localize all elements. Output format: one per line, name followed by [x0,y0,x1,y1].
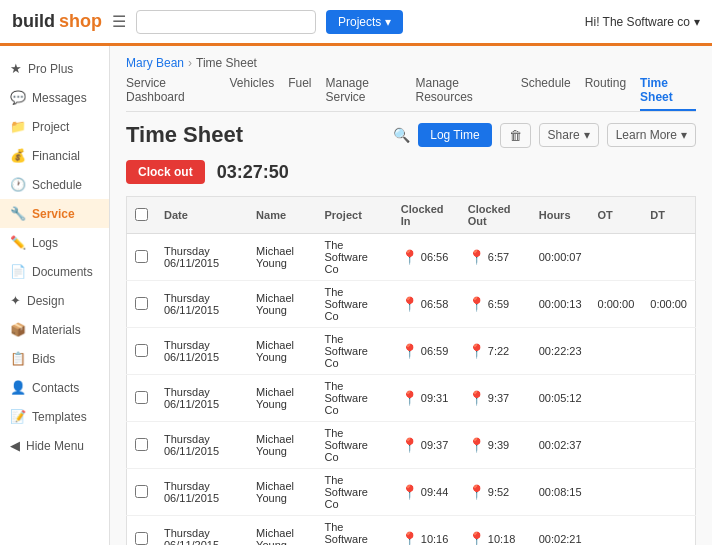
sub-nav: Service DashboardVehiclesFuelManage Serv… [126,76,696,112]
sidebar: ★ Pro Plus💬 Messages📁 Project💰 Financial… [0,46,110,545]
cell-ot-1: 0:00:00 [590,281,643,328]
service-icon: 🔧 [10,206,26,221]
sidebar-item-templates[interactable]: 📝 Templates [0,402,109,431]
row-checkbox-3[interactable] [135,391,148,404]
cell-clocked-in-3: 📍09:31 [393,375,460,422]
learn-more-label: Learn More [616,128,677,142]
templates-icon: 📝 [10,409,26,424]
clock-in-icon: 📍 [401,296,418,312]
financial-icon: 💰 [10,148,26,163]
sidebar-item-pro-plus[interactable]: ★ Pro Plus [0,54,109,83]
sidebar-label-service: Service [32,207,75,221]
learn-more-chevron-icon: ▾ [681,128,687,142]
delete-button[interactable]: 🗑 [500,123,531,148]
table-row: Thursday 06/11/2015Michael YoungThe Soft… [127,281,696,328]
sidebar-item-materials[interactable]: 📦 Materials [0,315,109,344]
cell-hours-3: 00:05:12 [531,375,590,422]
col-header-1: Date [156,197,248,234]
sidebar-item-schedule[interactable]: 🕐 Schedule [0,170,109,199]
cell-clocked-in-5: 📍09:44 [393,469,460,516]
subnav-manage-service[interactable]: Manage Service [325,76,401,111]
subnav-time-sheet[interactable]: Time Sheet [640,76,696,111]
col-header-3: Project [317,197,393,234]
clocked-in-value: 09:37 [421,439,449,451]
sidebar-item-documents[interactable]: 📄 Documents [0,257,109,286]
col-header-5: Clocked Out [460,197,531,234]
sidebar-item-contacts[interactable]: 👤 Contacts [0,373,109,402]
sidebar-item-hide-menu[interactable]: ◀ Hide Menu [0,431,109,460]
sidebar-item-messages[interactable]: 💬 Messages [0,83,109,112]
cell-date-4: Thursday 06/11/2015 [156,422,248,469]
cell-clocked-in-1: 📍06:58 [393,281,460,328]
sidebar-label-pro-plus: Pro Plus [28,62,73,76]
hamburger-button[interactable]: ☰ [112,12,126,31]
sidebar-item-logs[interactable]: ✏️ Logs [0,228,109,257]
design-icon: ✦ [10,293,21,308]
select-all-checkbox[interactable] [135,208,148,221]
row-checkbox-1[interactable] [135,297,148,310]
subnav-manage-resources[interactable]: Manage Resources [415,76,506,111]
user-info: Hi! The Software co ▾ [585,15,700,29]
learn-more-button[interactable]: Learn More ▾ [607,123,696,147]
col-header-6: Hours [531,197,590,234]
subnav-fuel[interactable]: Fuel [288,76,311,111]
col-header-4: Clocked In [393,197,460,234]
cell-dt-2 [642,328,695,375]
cell-hours-6: 00:02:21 [531,516,590,546]
row-checkbox-4[interactable] [135,438,148,451]
row-checkbox-2[interactable] [135,344,148,357]
cell-hours-0: 00:00:07 [531,234,590,281]
sidebar-item-financial[interactable]: 💰 Financial [0,141,109,170]
row-checkbox-0[interactable] [135,250,148,263]
sidebar-label-project: Project [32,120,69,134]
cell-dt-3 [642,375,695,422]
subnav-routing[interactable]: Routing [585,76,626,111]
subnav-schedule[interactable]: Schedule [521,76,571,111]
cell-clocked-out-0: 📍6:57 [460,234,531,281]
clock-out-icon: 📍 [468,296,485,312]
cell-project-5: The Software Co [317,469,393,516]
sidebar-item-bids[interactable]: 📋 Bids [0,344,109,373]
sidebar-item-project[interactable]: 📁 Project [0,112,109,141]
projects-button[interactable]: Projects ▾ [326,10,403,34]
clocked-in-value: 06:56 [421,251,449,263]
clock-out-button[interactable]: Clock out [126,160,205,184]
sidebar-label-contacts: Contacts [32,381,79,395]
search-input[interactable] [136,10,316,34]
clocked-out-value: 6:57 [488,251,509,263]
logo-shop: shop [59,11,102,32]
timesheet-table: DateNameProjectClocked InClocked OutHour… [126,196,696,545]
sidebar-label-templates: Templates [32,410,87,424]
sidebar-label-materials: Materials [32,323,81,337]
table-row: Thursday 06/11/2015Michael YoungThe Soft… [127,328,696,375]
sidebar-label-design: Design [27,294,64,308]
cell-date-6: Thursday 06/11/2015 [156,516,248,546]
col-header-2: Name [248,197,316,234]
clocked-in-value: 09:31 [421,392,449,404]
table-row: Thursday 06/11/2015Michael YoungThe Soft… [127,422,696,469]
share-chevron-icon: ▾ [584,128,590,142]
clocked-out-value: 10:18 [488,533,516,545]
project-icon: 📁 [10,119,26,134]
breadcrumb-parent[interactable]: Mary Bean [126,56,184,70]
row-checkbox-6[interactable] [135,532,148,545]
bids-icon: 📋 [10,351,26,366]
sidebar-item-service[interactable]: 🔧 Service [0,199,109,228]
cell-name-1: Michael Young [248,281,316,328]
subnav-service-dashboard[interactable]: Service Dashboard [126,76,215,111]
clock-bar: Clock out 03:27:50 [126,160,696,184]
clock-in-icon: 📍 [401,390,418,406]
clock-in-icon: 📍 [401,484,418,500]
clocked-out-value: 9:39 [488,439,509,451]
row-checkbox-5[interactable] [135,485,148,498]
cell-name-3: Michael Young [248,375,316,422]
cell-clocked-out-6: 📍10:18 [460,516,531,546]
search-button[interactable]: 🔍 [393,127,410,143]
subnav-vehicles[interactable]: Vehicles [229,76,274,111]
cell-clocked-in-0: 📍06:56 [393,234,460,281]
table-row: Thursday 06/11/2015Michael YoungThe Soft… [127,469,696,516]
log-time-button[interactable]: Log Time [418,123,491,147]
share-button[interactable]: Share ▾ [539,123,599,147]
sidebar-item-design[interactable]: ✦ Design [0,286,109,315]
cell-clocked-out-1: 📍6:59 [460,281,531,328]
